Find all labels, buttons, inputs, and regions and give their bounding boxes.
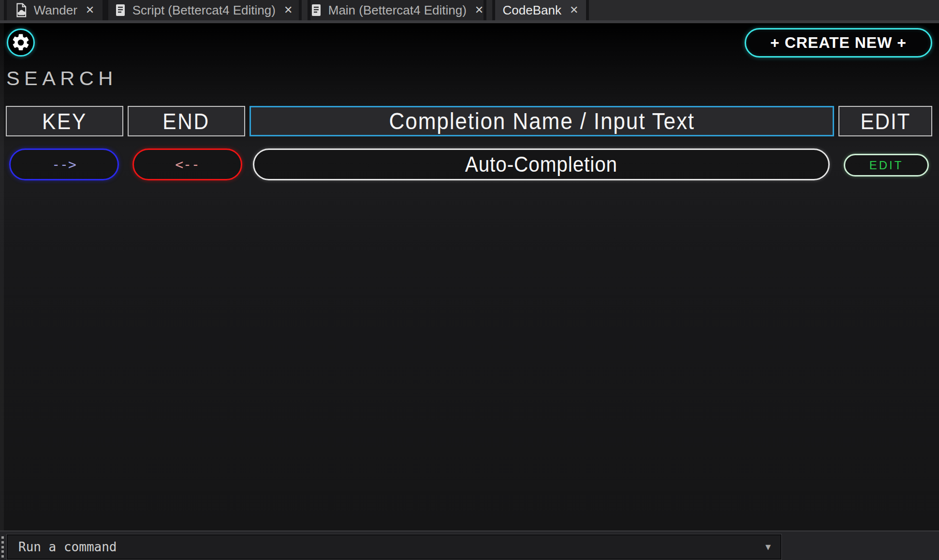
- create-new-button[interactable]: + CREATE NEW +: [745, 28, 932, 58]
- command-bar: ▾: [0, 531, 939, 560]
- command-input[interactable]: [8, 535, 780, 559]
- key-column-header[interactable]: KEY: [6, 106, 123, 136]
- key-column-label: KEY: [42, 108, 87, 134]
- tab-codebank[interactable]: CodeBank ✕: [492, 0, 589, 20]
- close-icon[interactable]: ✕: [475, 4, 484, 16]
- auto-completion-label: Auto-Completion: [465, 152, 617, 177]
- next-page-button[interactable]: -->: [9, 148, 119, 180]
- previous-page-button[interactable]: <--: [132, 148, 242, 180]
- edit-column-label: EDIT: [860, 108, 910, 134]
- edit-mode-label: EDIT: [869, 159, 904, 172]
- auto-completion-button[interactable]: Auto-Completion: [253, 148, 830, 180]
- script-icon: [310, 3, 322, 17]
- tab-wander[interactable]: Wander ✕: [4, 0, 105, 20]
- right-arrow-icon: -->: [52, 157, 76, 173]
- completion-name-input[interactable]: Completion Name / Input Text: [249, 106, 834, 136]
- tab-label: Script (Bettercat4 Editing): [132, 3, 276, 18]
- tab-label: CodeBank: [503, 3, 561, 18]
- end-column-header[interactable]: END: [128, 106, 245, 136]
- gear-icon: [11, 32, 31, 53]
- tab-main[interactable]: Main (Bettercat4 Editing) ✕: [308, 0, 486, 20]
- drag-handle[interactable]: [1, 536, 4, 558]
- script-icon: [115, 3, 126, 17]
- tab-label: Main (Bettercat4 Editing): [328, 3, 467, 18]
- file-cloud-icon: [15, 3, 28, 17]
- command-input-wrap: ▾: [7, 534, 781, 560]
- search-section-title: SEARCH: [6, 68, 117, 89]
- chevron-down-icon[interactable]: ▾: [765, 541, 771, 553]
- edit-mode-button[interactable]: EDIT: [844, 154, 929, 177]
- codebank-window: Wander ✕ Script (Bettercat4 Editing) ✕: [0, 0, 939, 560]
- completion-name-label: Completion Name / Input Text: [389, 108, 694, 134]
- close-icon[interactable]: ✕: [284, 4, 293, 16]
- codebank-panel: + CREATE NEW + SEARCH KEY END Completion…: [0, 23, 939, 531]
- end-column-label: END: [163, 108, 210, 134]
- edit-column-header[interactable]: EDIT: [838, 106, 932, 136]
- settings-button[interactable]: [7, 29, 35, 57]
- tab-label: Wander: [34, 3, 77, 18]
- tab-script[interactable]: Script (Bettercat4 Editing) ✕: [105, 0, 302, 20]
- left-arrow-icon: <--: [175, 157, 200, 173]
- tab-bar: Wander ✕ Script (Bettercat4 Editing) ✕: [0, 0, 939, 23]
- close-icon[interactable]: ✕: [570, 4, 578, 16]
- close-icon[interactable]: ✕: [86, 4, 94, 16]
